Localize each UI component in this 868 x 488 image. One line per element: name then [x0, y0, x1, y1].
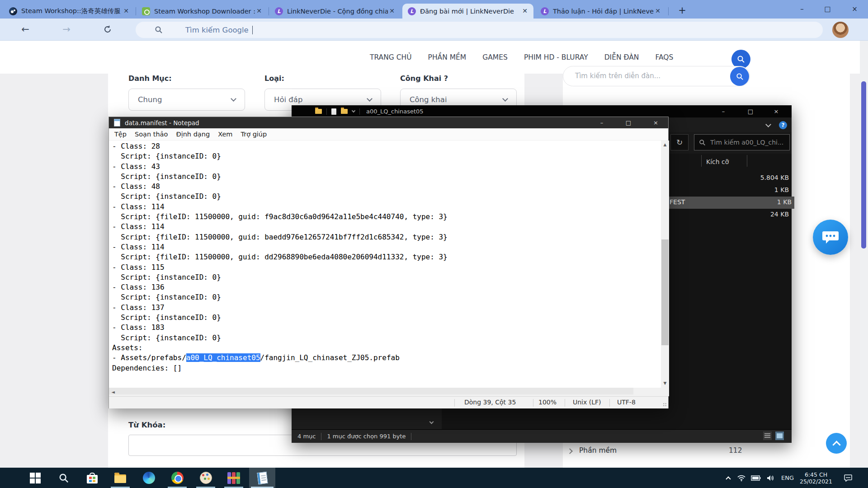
taskbar-search-button[interactable] — [51, 468, 77, 488]
file-row-selected[interactable]: FEST 1 KB — [667, 197, 794, 209]
notepad-line[interactable]: - Class: 114 — [112, 222, 661, 232]
notepad-line[interactable]: - Class: 136 — [112, 282, 661, 292]
file-icon[interactable] — [331, 108, 336, 115]
notepad-line[interactable]: Script: {fileID: 11500000, guid: baedd97… — [112, 232, 661, 242]
page-scrollbar-thumb[interactable] — [861, 81, 866, 249]
scroll-up-icon[interactable]: ▲ — [661, 141, 669, 149]
nav-forum[interactable]: DIỄN ĐÀN — [604, 53, 639, 61]
chat-bubble-button[interactable] — [813, 220, 848, 255]
language-indicator[interactable]: ENG — [778, 468, 797, 488]
notepad-vscroll-thumb[interactable] — [661, 239, 669, 345]
reload-button[interactable] — [98, 19, 118, 41]
close-icon[interactable]: ✕ — [255, 7, 263, 15]
start-button[interactable] — [22, 468, 48, 488]
notepad-line[interactable]: Script: {instanceID: 0} — [112, 333, 661, 343]
nav-faqs[interactable]: FAQS — [655, 53, 673, 61]
scroll-to-top-button[interactable] — [826, 433, 847, 454]
close-icon[interactable]: ✕ — [521, 7, 529, 15]
file-row[interactable]: 5.804 KB — [698, 172, 792, 184]
menu-format[interactable]: Định dạng — [172, 131, 214, 138]
selected-text[interactable]: a00_LQ_chinaset05 — [186, 353, 260, 362]
details-view-button[interactable] — [763, 432, 772, 440]
forum-search-button[interactable] — [730, 67, 749, 86]
nav-games[interactable]: GAMES — [482, 53, 508, 61]
omnibox[interactable]: Tìm kiếm Google — [136, 22, 823, 38]
folder-icon[interactable] — [315, 109, 322, 114]
new-tab-button[interactable]: + — [675, 4, 689, 18]
thumbnail-view-button[interactable] — [775, 432, 784, 440]
menu-file[interactable]: Tệp — [110, 131, 131, 138]
notepad-line[interactable]: Assets: — [112, 343, 661, 353]
store-button[interactable] — [79, 468, 105, 488]
winrar-button[interactable] — [221, 468, 247, 488]
file-explorer-button[interactable] — [107, 468, 133, 488]
clock[interactable]: 6:45 CH 25/02/2021 — [797, 468, 835, 488]
notepad-line[interactable]: Script: {instanceID: 0} — [112, 272, 661, 282]
paint-button[interactable] — [193, 468, 219, 488]
nav-home[interactable]: TRANG CHỦ — [370, 53, 412, 61]
explorer-close-button[interactable]: × — [765, 105, 788, 117]
menu-help[interactable]: Trợ giúp — [236, 131, 271, 138]
notepad-line[interactable]: - Class: 43 — [112, 162, 661, 172]
notepad-close-button[interactable]: × — [643, 117, 669, 128]
menu-edit[interactable]: Soạn thảo — [131, 131, 172, 138]
scroll-left-icon[interactable]: ◄ — [109, 388, 117, 396]
notepad-line[interactable]: Dependencies: [] — [112, 363, 661, 373]
browser-close-button[interactable]: × — [841, 0, 868, 19]
notepad-hscroll-thumb[interactable] — [109, 388, 633, 394]
file-row[interactable]: 1 KB — [698, 184, 792, 197]
notepad-taskbar-button[interactable] — [249, 468, 275, 488]
tab-linkneverdie-home[interactable]: L LinkNeverDie - Cộng đồng chia s ✕ — [269, 4, 401, 19]
tab-steam-workshop[interactable]: Steam Workshop::洛奇英雄传服 ✕ — [4, 4, 135, 19]
explorer-minimize-button[interactable]: – — [712, 105, 735, 117]
chevron-down-icon[interactable] — [429, 420, 434, 424]
notepad-titlebar[interactable]: data.manifest - Notepad — [109, 117, 668, 128]
chevron-down-icon[interactable] — [352, 109, 355, 113]
notepad-line[interactable]: Script: {fileID: 11500000, guid: dd29688… — [112, 252, 661, 262]
nav-movies[interactable]: PHIM HD - BLURAY — [524, 53, 588, 61]
notepad-maximize-button[interactable]: □ — [617, 117, 640, 128]
help-icon[interactable]: ? — [779, 121, 787, 129]
forum-search-input[interactable]: Tìm kiếm trên diễn đàn... — [563, 66, 750, 86]
notepad-line[interactable]: - Class: 28 — [112, 141, 661, 151]
category-select[interactable]: Chung — [128, 89, 245, 111]
size-column-header[interactable]: Kích cỡ — [706, 158, 729, 165]
nav-software[interactable]: PHẦN MỀM — [428, 53, 467, 61]
resize-grip[interactable] — [663, 403, 667, 407]
notepad-line[interactable]: - Class: 48 — [112, 182, 661, 192]
menu-view[interactable]: Xem — [214, 131, 236, 138]
notepad-line[interactable]: Script: {instanceID: 0} — [112, 192, 661, 202]
notepad-line[interactable]: - Assets/prefabs/a00_LQ_chinaset05/fangj… — [112, 353, 661, 363]
scroll-down-icon[interactable]: ▼ — [661, 379, 669, 388]
notepad-line[interactable]: - Class: 114 — [112, 202, 661, 212]
notepad-horizontal-scrollbar[interactable]: ◄ ► — [109, 388, 661, 396]
forward-button[interactable]: → — [57, 19, 76, 41]
notepad-line[interactable]: - Class: 115 — [112, 263, 661, 272]
notepad-line[interactable]: Script: {instanceID: 0} — [112, 172, 661, 182]
tab-steam-downloader[interactable]: Steam Workshop Downloader :: I ✕ — [137, 4, 268, 19]
sidebar-item-software[interactable]: Phần mềm — [579, 446, 617, 455]
explorer-maximize-button[interactable]: □ — [739, 105, 762, 117]
notepad-line[interactable]: - Class: 137 — [112, 303, 661, 313]
action-center-button[interactable] — [839, 468, 857, 488]
chrome-button[interactable] — [164, 468, 190, 488]
back-button[interactable]: ← — [15, 19, 35, 41]
close-icon[interactable]: ✕ — [388, 7, 396, 15]
explorer-search-input[interactable]: Tìm kiếm a00_LQ_chi... — [694, 134, 790, 150]
refresh-button[interactable]: ↻ — [670, 134, 689, 150]
browser-maximize-button[interactable]: □ — [815, 0, 840, 19]
close-icon[interactable]: ✕ — [122, 7, 130, 15]
notepad-text[interactable]: - Class: 28 Script: {instanceID: 0}- Cla… — [109, 141, 661, 388]
network-tray-button[interactable] — [735, 468, 748, 488]
notepad-minimize-button[interactable]: – — [590, 117, 613, 128]
edge-button[interactable] — [136, 468, 162, 488]
notepad-vertical-scrollbar[interactable]: ▲ ▼ — [661, 141, 669, 388]
notepad-line[interactable]: Script: {instanceID: 0} — [112, 151, 661, 161]
tray-expand-button[interactable] — [723, 468, 733, 488]
notepad-line[interactable]: - Class: 183 — [112, 323, 661, 333]
notepad-line[interactable]: Script: {instanceID: 0} — [112, 292, 661, 302]
tab-new-post-active[interactable]: L Đăng bài mới | LinkNeverDie ✕ — [402, 4, 533, 19]
notepad-line[interactable]: Script: {fileID: 11500000, guid: f9ac8d3… — [112, 212, 661, 222]
file-row[interactable]: 24 KB — [698, 209, 792, 221]
battery-tray-button[interactable] — [750, 468, 762, 488]
